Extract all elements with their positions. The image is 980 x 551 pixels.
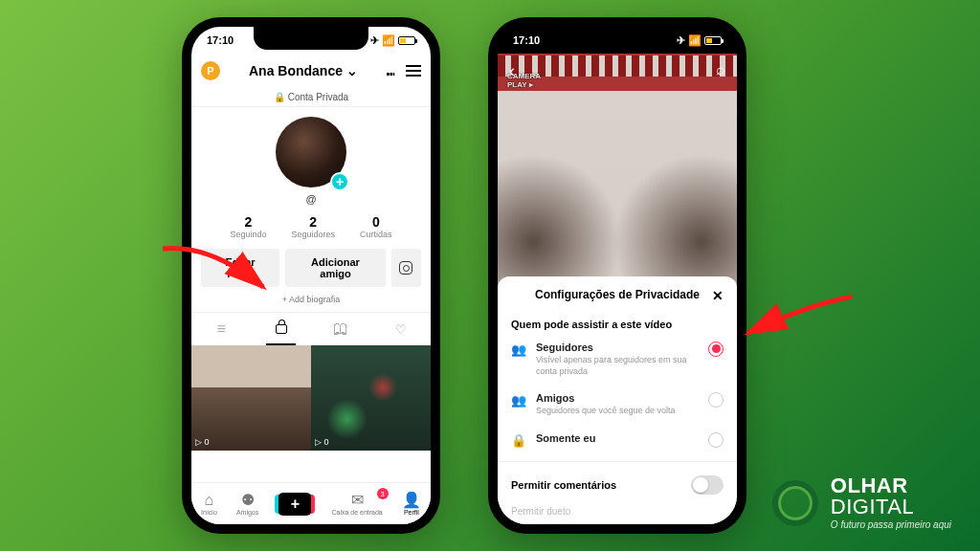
add-friend-button[interactable]: Adicionar amigo — [285, 249, 386, 287]
bottom-nav: ⌂ Início ⚉ Amigos + ✉ 3 Caixa de entrada… — [191, 482, 431, 524]
search-icon[interactable]: ⌕ — [716, 61, 725, 78]
allow-comments-row: Permitir comentários — [511, 468, 724, 502]
lock-icon — [276, 324, 287, 334]
allow-comments-label: Permitir comentários — [511, 479, 616, 491]
video-thumb-1[interactable]: ▷ 0 — [191, 345, 311, 451]
radio-friends[interactable] — [708, 392, 724, 408]
nav-home-label: Início — [201, 509, 217, 516]
friends-option-icon: 👥 — [511, 392, 526, 408]
followers-icon: 👥 — [511, 342, 526, 357]
likes-label: Curtidas — [360, 230, 392, 239]
notch — [560, 27, 675, 50]
video-views-2: ▷ 0 — [315, 437, 329, 447]
privacy-sheet: Configurações de Privacidade ✕ Quem pode… — [498, 276, 737, 524]
video-thumb-2[interactable]: ▷ 0 — [311, 345, 431, 451]
nav-create-button[interactable]: + — [278, 493, 312, 516]
divider — [498, 461, 737, 462]
logo-ring-icon — [772, 480, 818, 526]
logo-brand-2: DIGITAL — [831, 495, 914, 518]
tab-saved[interactable]: 🕮 — [311, 313, 371, 345]
profile-name-label: Ana Bondance — [249, 63, 343, 78]
sheet-title-row: Configurações de Privacidade ✕ — [511, 288, 724, 311]
instagram-icon — [399, 261, 412, 275]
phone-frame-right: 17:10 ✈ 📶 ‹ ⌕ CAMERA PLAY ▸ Configuraçõe… — [488, 17, 746, 534]
followers-stat[interactable]: 2 Seguidores — [291, 214, 335, 239]
status-time: 17:10 — [207, 34, 234, 46]
airplane-icon: ✈ — [677, 34, 685, 47]
following-label: Seguindo — [230, 230, 266, 239]
followers-label: Seguidores — [291, 230, 335, 239]
nav-profile[interactable]: 👤 Perfil — [402, 492, 421, 516]
back-button[interactable]: ‹ — [509, 61, 515, 81]
content-tabs: ≡ 🕮 — [191, 312, 431, 345]
allow-duet-row: Permitir dueto — [511, 502, 724, 517]
option-followers-sub: Visível apenas para seguidores em sua co… — [536, 353, 699, 377]
logo-tagline: O futuro passa primeiro aqui — [831, 519, 951, 530]
battery-icon — [704, 36, 722, 45]
likes-stat[interactable]: 0 Curtidas — [360, 214, 392, 239]
edit-profile-button[interactable]: Editar Perfil — [201, 249, 279, 287]
nav-friends[interactable]: ⚉ Amigos — [236, 492, 258, 516]
feed-icon: ≡ — [217, 320, 226, 337]
footprint-icon[interactable]: ⑉ — [387, 63, 394, 78]
wifi-icon: 📶 — [382, 34, 395, 47]
action-buttons: Editar Perfil Adicionar amigo — [191, 249, 431, 295]
option-followers-label: Seguidores — [536, 342, 699, 353]
notch — [254, 27, 368, 50]
option-friends-sub: Seguidores que você segue de volta — [536, 404, 699, 417]
video-views-1: ▷ 0 — [195, 437, 210, 447]
nav-profile-label: Perfil — [404, 509, 419, 516]
watermark-line2: PLAY ▸ — [507, 81, 541, 90]
airplane-icon: ✈ — [370, 34, 379, 47]
tab-private[interactable] — [252, 313, 312, 345]
following-count: 2 — [230, 214, 266, 230]
wifi-icon: 📶 — [688, 34, 702, 47]
option-friends-label: Amigos — [536, 392, 699, 404]
profile-name-dropdown[interactable]: Ana Bondance ⌄ — [249, 63, 358, 78]
status-time: 17:10 — [513, 34, 540, 46]
video-grid: ▷ 0 ▷ 0 — [191, 345, 431, 451]
bookmark-icon: 🕮 — [333, 320, 348, 337]
close-icon[interactable]: ✕ — [712, 288, 724, 303]
radio-only-me[interactable] — [708, 432, 724, 448]
option-friends[interactable]: 👥 Amigos Seguidores que você segue de vo… — [511, 385, 724, 425]
radio-followers[interactable] — [708, 342, 724, 357]
lock-option-icon: 🔒 — [511, 432, 526, 448]
username: @ — [191, 193, 431, 210]
inbox-badge: 3 — [377, 488, 389, 499]
friends-icon: ⚉ — [236, 492, 258, 509]
allow-comments-toggle[interactable] — [691, 475, 724, 495]
following-stat[interactable]: 2 Seguindo — [230, 214, 266, 239]
sheet-section-header: Quem pode assistir a este vídeo — [511, 311, 724, 334]
home-icon: ⌂ — [201, 492, 217, 509]
nav-friends-label: Amigos — [236, 509, 258, 516]
olhar-digital-logo: OLHAR DIGITAL O futuro passa primeiro aq… — [772, 475, 951, 530]
tab-feed[interactable]: ≡ — [191, 313, 252, 345]
option-only-me[interactable]: 🔒 Somente eu — [511, 425, 724, 455]
add-story-icon[interactable]: + — [330, 172, 349, 191]
tab-liked[interactable] — [371, 313, 432, 345]
sheet-title: Configurações de Privacidade — [535, 288, 700, 301]
phone-frame-left: 17:10 ✈ 📶 P Ana Bondance ⌄ ⑉ 🔒 Conta Pri… — [182, 17, 440, 534]
hamburger-icon[interactable] — [406, 65, 421, 77]
profile-icon: 👤 — [402, 492, 421, 509]
heart-icon — [395, 320, 407, 332]
option-followers[interactable]: 👥 Seguidores Visível apenas para seguido… — [511, 334, 724, 385]
stats-row: 2 Seguindo 2 Seguidores 0 Curtidas — [191, 210, 431, 249]
battery-icon — [398, 36, 415, 45]
avatar-badge[interactable]: P — [201, 61, 220, 80]
inbox-icon: ✉ — [331, 492, 382, 509]
option-only-me-label: Somente eu — [536, 432, 699, 444]
add-bio-button[interactable]: + Add biografia — [191, 295, 431, 312]
screen-right: 17:10 ✈ 📶 ‹ ⌕ CAMERA PLAY ▸ Configuraçõe… — [498, 27, 737, 524]
instagram-button[interactable] — [391, 249, 421, 287]
nav-inbox[interactable]: ✉ 3 Caixa de entrada — [331, 492, 382, 516]
annotation-arrow-right — [737, 287, 861, 367]
chevron-down-icon: ⌄ — [346, 63, 358, 78]
avatar-container: + — [191, 107, 431, 193]
nav-home[interactable]: ⌂ Início — [201, 492, 217, 516]
status-icons: ✈ 📶 — [370, 34, 415, 47]
likes-count: 0 — [360, 214, 392, 230]
profile-header: P Ana Bondance ⌄ ⑉ — [191, 54, 431, 88]
screen-left: 17:10 ✈ 📶 P Ana Bondance ⌄ ⑉ 🔒 Conta Pri… — [191, 27, 431, 524]
